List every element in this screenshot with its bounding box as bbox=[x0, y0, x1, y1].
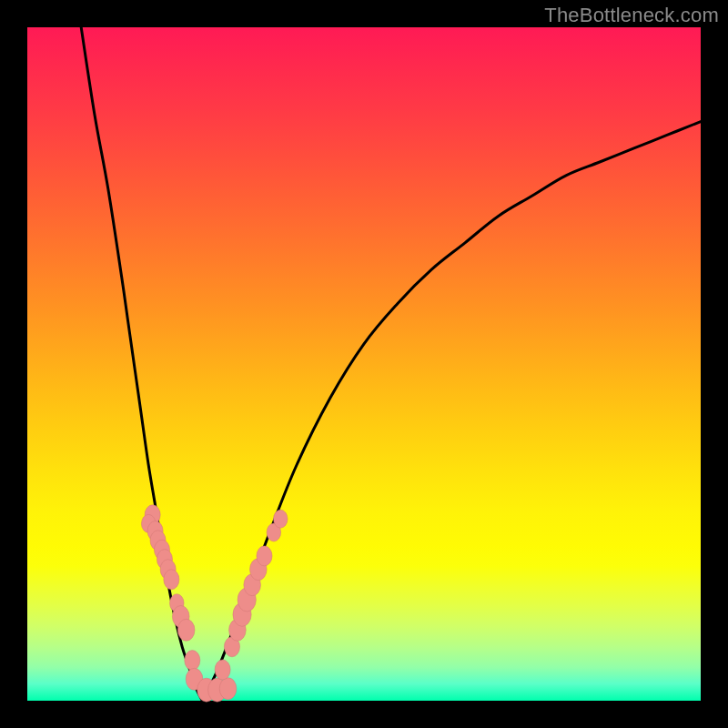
glyph-valley-cluster bbox=[185, 651, 237, 703]
plot-area bbox=[27, 27, 701, 701]
glyph-layer bbox=[141, 505, 288, 702]
glyph-right-upper-cluster bbox=[267, 510, 288, 541]
glyph-right-lower-cluster bbox=[224, 546, 272, 657]
chart-frame: TheBottleneck.com bbox=[0, 0, 728, 728]
chart-svg bbox=[27, 27, 701, 701]
glyph-point bbox=[257, 546, 272, 566]
glyph-point bbox=[215, 660, 230, 680]
glyph-point bbox=[273, 510, 288, 528]
watermark-text: TheBottleneck.com bbox=[544, 4, 719, 27]
glyph-left-lower-cluster bbox=[170, 594, 195, 642]
glyph-point bbox=[185, 651, 200, 671]
curve-right-branch bbox=[202, 122, 701, 701]
curve-left-branch bbox=[81, 27, 202, 701]
glyph-point bbox=[219, 678, 237, 700]
glyph-point bbox=[177, 619, 195, 641]
glyph-left-upper-cluster bbox=[141, 505, 178, 590]
glyph-point bbox=[164, 570, 179, 590]
